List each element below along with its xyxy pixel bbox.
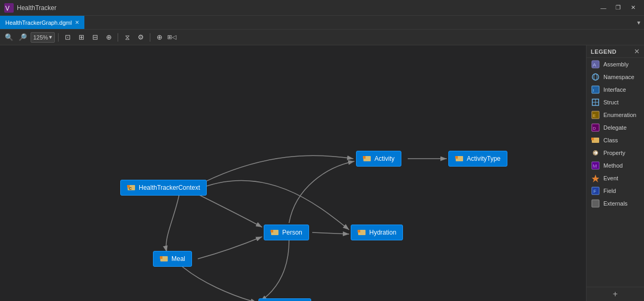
svg-text:E: E: [593, 113, 595, 118]
legend-item-externals[interactable]: Externals: [587, 197, 644, 210]
legend-item-property[interactable]: Property: [587, 147, 644, 159]
legend-item-struct[interactable]: Struct: [587, 96, 644, 109]
svg-marker-15: [160, 256, 162, 259]
legend-property-icon: [591, 148, 600, 158]
graph-canvas[interactable]: C HealthTrackerContext Activity Activity…: [0, 45, 586, 301]
legend-label-namespace: Namespace: [603, 74, 635, 80]
filter-button[interactable]: ⧖: [121, 32, 133, 43]
node-label-activity: Activity: [374, 155, 395, 162]
group-button[interactable]: ⊕: [103, 32, 114, 43]
svg-point-21: [594, 74, 597, 80]
node-class-icon-hydration: [358, 228, 366, 237]
svg-text:A: A: [593, 62, 596, 67]
fit-button[interactable]: ⊡: [62, 32, 73, 43]
legend-item-field[interactable]: F Field: [587, 185, 644, 197]
zoom-dropdown-icon[interactable]: ▾: [49, 34, 52, 41]
legend-struct-icon: [591, 98, 600, 107]
legend-panel: LEGEND ✕ A Assembly Namespace: [586, 45, 644, 301]
extra-label: ⊞◁: [167, 34, 176, 41]
svg-text:D: D: [593, 126, 596, 131]
tab-overflow-button[interactable]: ▾: [633, 16, 644, 29]
legend-item-class[interactable]: Class: [587, 134, 644, 147]
expand-button[interactable]: ⊟: [89, 32, 101, 43]
svg-marker-36: [592, 174, 599, 182]
node-label-hydration: Hydration: [369, 229, 396, 236]
svg-text:F: F: [593, 189, 597, 194]
node-healthtrackercontext[interactable]: C HealthTrackerContext: [120, 180, 207, 196]
close-button[interactable]: ✕: [626, 3, 640, 13]
legend-label-externals: Externals: [603, 200, 628, 207]
legend-enumeration-icon: E: [591, 110, 600, 120]
tab-healthtrackergraph[interactable]: HealthTrackerGraph.dgml ✕: [0, 16, 84, 29]
legend-title: LEGEND: [591, 48, 617, 55]
tab-label: HealthTrackerGraph.dgml: [5, 20, 72, 26]
legend-add-button[interactable]: +: [587, 287, 644, 301]
legend-delegate-icon: D: [591, 123, 600, 132]
legend-method-icon: M: [591, 161, 600, 170]
legend-label-assembly: Assembly: [603, 61, 629, 67]
svg-point-20: [592, 74, 599, 80]
node-label-person: Person: [282, 229, 302, 236]
node-label-activitytype: ActivityType: [467, 155, 501, 162]
legend-item-method[interactable]: M Method: [587, 159, 644, 172]
legend-field-icon: F: [591, 186, 600, 196]
legend-item-enumeration[interactable]: E Enumeration: [587, 109, 644, 121]
legend-interface-icon: I: [591, 85, 600, 94]
node-class-icon-meal: [160, 255, 168, 263]
tab-close-icon[interactable]: ✕: [75, 20, 79, 25]
legend-namespace-icon: [591, 72, 600, 82]
svg-marker-9: [455, 156, 458, 159]
legend-label-method: Method: [603, 162, 623, 169]
node-activity[interactable]: Activity: [356, 151, 401, 167]
zoom-value: 125%: [33, 34, 48, 41]
legend-header: LEGEND ✕: [587, 45, 644, 58]
legend-externals-icon: [591, 199, 600, 208]
legend-label-property: Property: [603, 150, 626, 156]
node-person[interactable]: Person: [264, 225, 309, 240]
toolbar-separator-2: [118, 33, 118, 42]
legend-label-delegate: Delegate: [603, 124, 627, 131]
legend-label-interface: Interface: [603, 86, 626, 93]
legend-close-icon[interactable]: ✕: [634, 47, 640, 55]
node-class-icon: C: [127, 183, 136, 192]
legend-label-field: Field: [603, 188, 616, 194]
node-meal[interactable]: Meal: [153, 251, 192, 267]
legend-label-event: Event: [603, 175, 618, 181]
node-class-icon-activitytype: [455, 154, 464, 163]
minimize-button[interactable]: —: [597, 3, 610, 13]
legend-item-delegate[interactable]: D Delegate: [587, 121, 644, 134]
svg-marker-13: [358, 230, 360, 232]
legend-label-struct: Struct: [603, 99, 619, 105]
node-hydration[interactable]: Hydration: [351, 225, 403, 240]
extra-button[interactable]: ⊕: [153, 32, 165, 43]
svg-marker-5: [127, 185, 130, 188]
svg-marker-7: [363, 156, 366, 159]
svg-marker-32: [591, 138, 594, 140]
vs-logo-icon: V: [4, 3, 14, 13]
graph-arrows: [0, 45, 586, 301]
node-label-healthtrackercontext: HealthTrackerContext: [139, 184, 200, 191]
settings-button[interactable]: ⚙: [135, 32, 147, 43]
node-activitytype[interactable]: ActivityType: [448, 151, 507, 167]
title-bar: V HealthTracker — ❐ ✕: [0, 0, 644, 16]
tab-bar: HealthTrackerGraph.dgml ✕ ▾: [0, 16, 644, 30]
zoom-control[interactable]: 125% ▾: [31, 32, 55, 43]
layout-button[interactable]: ⊞: [75, 32, 87, 43]
node-mealtype[interactable]: MealType: [258, 298, 311, 301]
svg-text:M: M: [593, 163, 597, 169]
svg-rect-39: [592, 200, 599, 207]
legend-item-event[interactable]: Event: [587, 172, 644, 185]
toolbar-separator-1: [58, 33, 59, 42]
app-title: HealthTracker: [17, 4, 597, 12]
node-class-icon-activity: [363, 154, 371, 163]
node-class-icon-person: [271, 228, 279, 237]
zoom-in-button[interactable]: 🔍: [3, 32, 15, 43]
zoom-out-button[interactable]: 🔎: [17, 32, 28, 43]
legend-item-namespace[interactable]: Namespace: [587, 71, 644, 83]
window-controls: — ❐ ✕: [597, 3, 640, 13]
svg-marker-11: [271, 230, 273, 232]
legend-item-assembly[interactable]: A Assembly: [587, 58, 644, 71]
legend-item-interface[interactable]: I Interface: [587, 83, 644, 96]
toolbar: 🔍 🔎 125% ▾ ⊡ ⊞ ⊟ ⊕ ⧖ ⚙ ⊕ ⊞◁: [0, 30, 644, 45]
restore-button[interactable]: ❐: [611, 3, 625, 13]
